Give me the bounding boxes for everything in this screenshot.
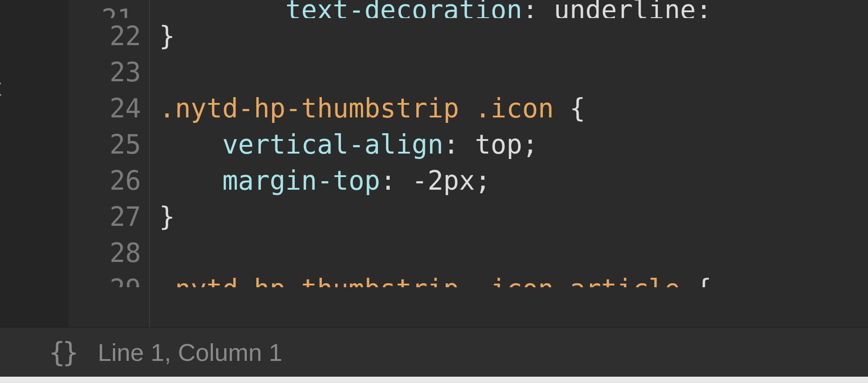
code-token: .nytd-hp-thumbstrip — [159, 274, 475, 287]
code-line[interactable]: } — [159, 18, 868, 54]
code-line[interactable]: text-decoration: underline; — [159, 0, 868, 18]
code-token: .icon — [475, 274, 570, 287]
code-token: margin-top — [222, 165, 380, 196]
code-token: vertical-align — [222, 129, 443, 160]
code-token: top — [475, 129, 522, 160]
code-token: ; — [475, 165, 491, 196]
code-token: -2px — [412, 165, 475, 196]
cursor-position-label: Line 1, Column 1 — [98, 338, 282, 366]
code-token: : — [380, 165, 412, 196]
code-token: .icon — [475, 93, 570, 124]
code-token: { — [696, 274, 712, 287]
code-token: : — [522, 0, 554, 18]
code-line[interactable]: margin-top: -2px; — [159, 163, 868, 199]
code-line[interactable] — [159, 235, 868, 271]
line-number: 23 — [69, 54, 141, 90]
code-token: .nytd-hp-thumbstrip — [159, 93, 475, 124]
code-line[interactable] — [159, 54, 868, 90]
app-root: et 212223242526272829 text-decoration: u… — [0, 0, 868, 383]
code-line[interactable]: vertical-align: top; — [159, 126, 868, 163]
line-number-gutter: 212223242526272829 — [69, 0, 150, 327]
code-area[interactable]: text-decoration: underline;}.nytd-hp-thu… — [150, 0, 868, 327]
main-row: et 212223242526272829 text-decoration: u… — [0, 0, 868, 327]
code-token: text-decoration — [285, 0, 522, 18]
code-line[interactable]: .nytd-hp-thumbstrip .icon { — [159, 90, 868, 126]
code-line[interactable]: .nytd-hp-thumbstrip .icon article { — [159, 271, 868, 287]
line-number: 22 — [69, 18, 141, 54]
line-number: 27 — [69, 199, 141, 235]
code-token: underline — [554, 0, 696, 18]
line-number: 26 — [69, 163, 141, 199]
status-bar: {} Line 1, Column 1 — [0, 327, 868, 377]
line-number: 28 — [69, 235, 141, 271]
code-token: } — [159, 21, 175, 51]
code-token: ; — [522, 129, 538, 160]
line-number: 25 — [69, 126, 141, 163]
code-token: article — [570, 274, 696, 287]
braces-icon[interactable]: {} — [49, 336, 76, 368]
line-number: 29 — [69, 271, 141, 287]
code-token: ; — [696, 0, 712, 18]
window-bottom-edge — [0, 377, 868, 383]
code-token: } — [159, 201, 175, 232]
code-token: : — [443, 129, 475, 160]
sidebar-file-label[interactable]: et — [0, 72, 1, 102]
line-number: 24 — [69, 90, 141, 126]
code-line[interactable]: } — [159, 199, 868, 235]
line-number: 21 — [69, 0, 141, 18]
code-token: { — [570, 93, 585, 124]
code-editor[interactable]: 212223242526272829 text-decoration: unde… — [69, 0, 868, 327]
sidebar[interactable]: et — [0, 0, 69, 327]
